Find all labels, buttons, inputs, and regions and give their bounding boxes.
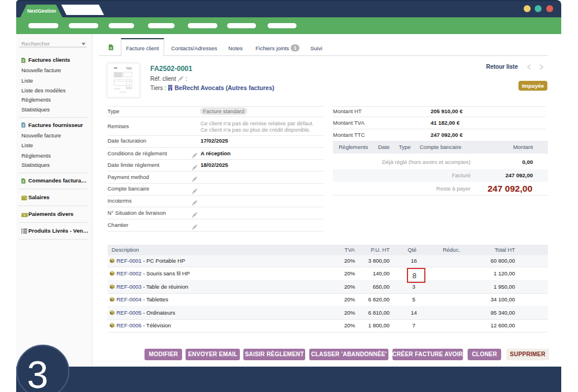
svg-text:$: $ bbox=[23, 59, 24, 62]
svg-text:$: $ bbox=[23, 124, 24, 127]
svg-text:$: $ bbox=[23, 180, 24, 183]
